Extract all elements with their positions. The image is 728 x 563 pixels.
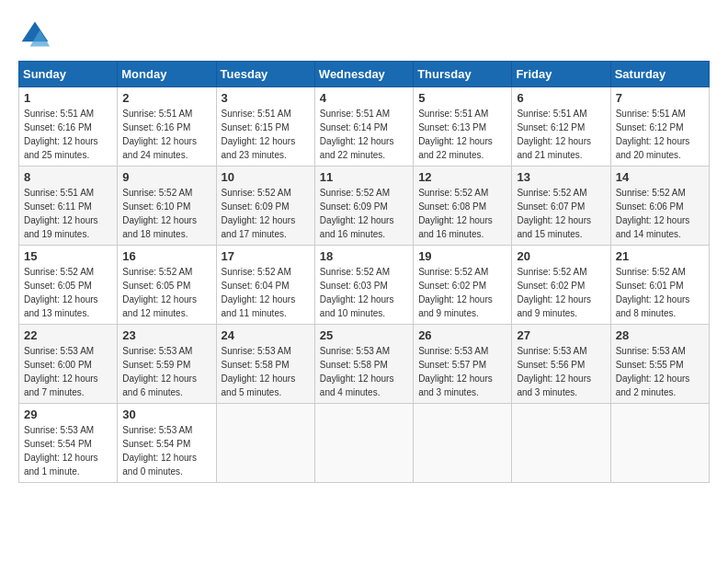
day-info: Sunrise: 5:52 AMSunset: 6:09 PMDaylight:… <box>320 186 408 241</box>
day-info: Sunrise: 5:52 AMSunset: 6:06 PMDaylight:… <box>616 186 704 241</box>
day-info: Sunrise: 5:52 AMSunset: 6:05 PMDaylight:… <box>24 265 112 320</box>
table-row: 3Sunrise: 5:51 AMSunset: 6:15 PMDaylight… <box>216 87 314 167</box>
logo <box>18 18 55 52</box>
day-number: 22 <box>24 328 112 342</box>
weekday-header-saturday: Saturday <box>610 62 709 87</box>
day-number: 21 <box>616 249 704 263</box>
table-row: 19Sunrise: 5:52 AMSunset: 6:02 PMDayligh… <box>414 246 512 325</box>
day-info: Sunrise: 5:53 AMSunset: 6:00 PMDaylight:… <box>24 344 112 399</box>
table-row <box>414 404 512 483</box>
table-row: 18Sunrise: 5:52 AMSunset: 6:03 PMDayligh… <box>314 246 413 325</box>
day-number: 24 <box>222 328 310 342</box>
day-number: 14 <box>616 170 704 184</box>
day-number: 8 <box>24 170 112 184</box>
day-info: Sunrise: 5:52 AMSunset: 6:03 PMDaylight:… <box>320 265 408 320</box>
table-row: 26Sunrise: 5:53 AMSunset: 5:57 PMDayligh… <box>414 325 512 404</box>
table-row: 30Sunrise: 5:53 AMSunset: 5:54 PMDayligh… <box>118 404 216 483</box>
day-info: Sunrise: 5:51 AMSunset: 6:11 PMDaylight:… <box>24 186 112 241</box>
day-info: Sunrise: 5:52 AMSunset: 6:09 PMDaylight:… <box>222 186 310 241</box>
day-info: Sunrise: 5:53 AMSunset: 5:58 PMDaylight:… <box>320 344 408 399</box>
table-row: 24Sunrise: 5:53 AMSunset: 5:58 PMDayligh… <box>216 325 314 404</box>
day-number: 1 <box>24 91 112 105</box>
day-info: Sunrise: 5:53 AMSunset: 5:54 PMDaylight:… <box>122 423 210 478</box>
day-number: 20 <box>517 249 605 263</box>
day-info: Sunrise: 5:52 AMSunset: 6:02 PMDaylight:… <box>517 265 605 320</box>
table-row: 15Sunrise: 5:52 AMSunset: 6:05 PMDayligh… <box>19 246 118 325</box>
day-info: Sunrise: 5:53 AMSunset: 5:54 PMDaylight:… <box>24 423 112 478</box>
table-row: 22Sunrise: 5:53 AMSunset: 6:00 PMDayligh… <box>19 325 118 404</box>
weekday-header-sunday: Sunday <box>19 62 118 87</box>
day-info: Sunrise: 5:51 AMSunset: 6:12 PMDaylight:… <box>616 107 704 162</box>
table-row: 11Sunrise: 5:52 AMSunset: 6:09 PMDayligh… <box>314 167 413 246</box>
day-number: 15 <box>24 249 112 263</box>
calendar-week-3: 15Sunrise: 5:52 AMSunset: 6:05 PMDayligh… <box>19 246 710 325</box>
day-info: Sunrise: 5:52 AMSunset: 6:10 PMDaylight:… <box>122 186 210 241</box>
day-info: Sunrise: 5:51 AMSunset: 6:16 PMDaylight:… <box>24 107 112 162</box>
day-number: 25 <box>320 328 408 342</box>
day-info: Sunrise: 5:53 AMSunset: 5:59 PMDaylight:… <box>122 344 210 399</box>
day-number: 29 <box>24 408 112 421</box>
calendar-week-5: 29Sunrise: 5:53 AMSunset: 5:54 PMDayligh… <box>19 404 710 483</box>
day-info: Sunrise: 5:52 AMSunset: 6:04 PMDaylight:… <box>222 265 310 320</box>
day-number: 2 <box>122 91 210 105</box>
table-row: 8Sunrise: 5:51 AMSunset: 6:11 PMDaylight… <box>19 167 118 246</box>
day-info: Sunrise: 5:52 AMSunset: 6:05 PMDaylight:… <box>122 265 210 320</box>
day-info: Sunrise: 5:51 AMSunset: 6:16 PMDaylight:… <box>122 107 210 162</box>
day-info: Sunrise: 5:53 AMSunset: 5:58 PMDaylight:… <box>222 344 310 399</box>
table-row: 12Sunrise: 5:52 AMSunset: 6:08 PMDayligh… <box>414 167 512 246</box>
day-number: 3 <box>222 91 310 105</box>
day-number: 7 <box>616 91 704 105</box>
table-row: 20Sunrise: 5:52 AMSunset: 6:02 PMDayligh… <box>512 246 610 325</box>
table-row: 13Sunrise: 5:52 AMSunset: 6:07 PMDayligh… <box>512 167 610 246</box>
day-info: Sunrise: 5:51 AMSunset: 6:13 PMDaylight:… <box>418 107 506 162</box>
calendar-header-row: SundayMondayTuesdayWednesdayThursdayFrid… <box>19 62 710 87</box>
table-row: 17Sunrise: 5:52 AMSunset: 6:04 PMDayligh… <box>216 246 314 325</box>
calendar-table: SundayMondayTuesdayWednesdayThursdayFrid… <box>18 61 710 483</box>
day-number: 10 <box>222 170 310 184</box>
day-info: Sunrise: 5:51 AMSunset: 6:14 PMDaylight:… <box>320 107 408 162</box>
day-info: Sunrise: 5:51 AMSunset: 6:15 PMDaylight:… <box>222 107 310 162</box>
table-row: 25Sunrise: 5:53 AMSunset: 5:58 PMDayligh… <box>314 325 413 404</box>
table-row: 29Sunrise: 5:53 AMSunset: 5:54 PMDayligh… <box>19 404 118 483</box>
day-info: Sunrise: 5:52 AMSunset: 6:07 PMDaylight:… <box>517 186 605 241</box>
day-number: 13 <box>517 170 605 184</box>
table-row: 21Sunrise: 5:52 AMSunset: 6:01 PMDayligh… <box>610 246 709 325</box>
day-number: 17 <box>222 249 310 263</box>
day-number: 5 <box>418 91 506 105</box>
day-number: 9 <box>122 170 210 184</box>
day-number: 16 <box>122 249 210 263</box>
table-row <box>512 404 610 483</box>
weekday-header-thursday: Thursday <box>414 62 512 87</box>
day-number: 23 <box>122 328 210 342</box>
table-row: 7Sunrise: 5:51 AMSunset: 6:12 PMDaylight… <box>610 87 709 167</box>
day-info: Sunrise: 5:52 AMSunset: 6:01 PMDaylight:… <box>616 265 704 320</box>
table-row: 14Sunrise: 5:52 AMSunset: 6:06 PMDayligh… <box>610 167 709 246</box>
day-number: 28 <box>616 328 704 342</box>
day-number: 18 <box>320 249 408 263</box>
table-row <box>610 404 709 483</box>
day-info: Sunrise: 5:53 AMSunset: 5:56 PMDaylight:… <box>517 344 605 399</box>
day-number: 6 <box>517 91 605 105</box>
table-row: 4Sunrise: 5:51 AMSunset: 6:14 PMDaylight… <box>314 87 413 167</box>
table-row: 23Sunrise: 5:53 AMSunset: 5:59 PMDayligh… <box>118 325 216 404</box>
day-number: 26 <box>418 328 506 342</box>
table-row: 9Sunrise: 5:52 AMSunset: 6:10 PMDaylight… <box>118 167 216 246</box>
weekday-header-friday: Friday <box>512 62 610 87</box>
day-number: 19 <box>418 249 506 263</box>
table-row: 27Sunrise: 5:53 AMSunset: 5:56 PMDayligh… <box>512 325 610 404</box>
table-row: 6Sunrise: 5:51 AMSunset: 6:12 PMDaylight… <box>512 87 610 167</box>
calendar-week-1: 1Sunrise: 5:51 AMSunset: 6:16 PMDaylight… <box>19 87 710 167</box>
table-row: 10Sunrise: 5:52 AMSunset: 6:09 PMDayligh… <box>216 167 314 246</box>
calendar-week-2: 8Sunrise: 5:51 AMSunset: 6:11 PMDaylight… <box>19 167 710 246</box>
day-number: 11 <box>320 170 408 184</box>
table-row <box>216 404 314 483</box>
day-info: Sunrise: 5:52 AMSunset: 6:02 PMDaylight:… <box>418 265 506 320</box>
table-row: 28Sunrise: 5:53 AMSunset: 5:55 PMDayligh… <box>610 325 709 404</box>
table-row <box>314 404 413 483</box>
table-row: 2Sunrise: 5:51 AMSunset: 6:16 PMDaylight… <box>118 87 216 167</box>
day-number: 27 <box>517 328 605 342</box>
day-number: 12 <box>418 170 506 184</box>
weekday-header-monday: Monday <box>118 62 216 87</box>
page-header <box>18 18 710 52</box>
table-row: 1Sunrise: 5:51 AMSunset: 6:16 PMDaylight… <box>19 87 118 167</box>
